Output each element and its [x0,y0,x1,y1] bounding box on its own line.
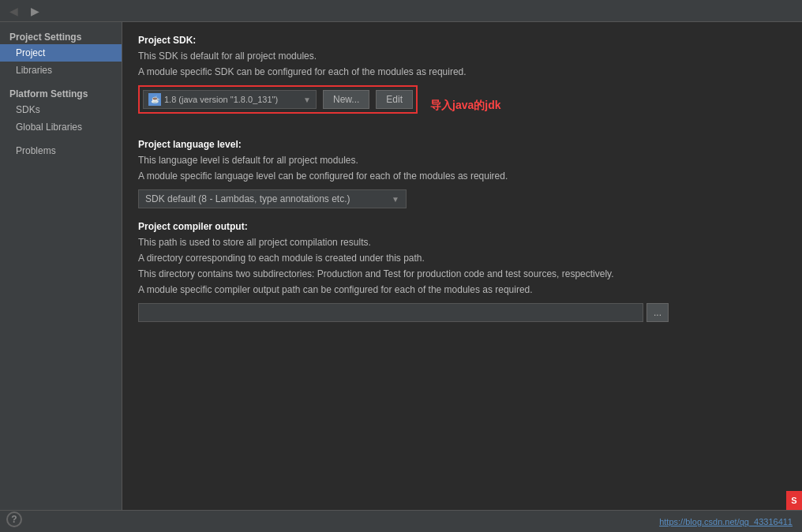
platform-settings-section-label: Platform Settings [0,85,122,101]
sidebar-item-global-libraries[interactable]: Global Libraries [0,118,122,136]
sdk-dropdown-arrow-icon: ▼ [303,96,311,104]
project-settings-section-label: Project Settings [0,28,122,44]
sdk-edit-button[interactable]: Edit [376,90,413,109]
content-area: Project SDK: This SDK is default for all… [122,22,802,510]
sidebar-item-project[interactable]: Project [0,44,122,62]
sdk-desc2: A module specific SDK can be configured … [138,65,786,79]
lang-dropdown-arrow-icon: ▼ [392,195,399,204]
sidebar-item-problems[interactable]: Problems [0,142,122,159]
sidebar-item-sdks[interactable]: SDKs [0,101,122,118]
lang-dropdown[interactable]: SDK default (8 - Lambdas, type annotatio… [138,189,407,208]
compiler-output-input[interactable] [138,303,643,322]
compiler-output-row: ... [138,303,786,322]
compiler-section-title: Project compiler output: [138,221,786,232]
compiler-desc2: A directory corresponding to each module… [138,251,786,265]
forward-arrow-icon[interactable]: ▶ [28,3,43,19]
compiler-desc4: A module specific compiler output path c… [138,283,786,297]
sdk-new-button[interactable]: New... [323,90,369,109]
sidebar-item-libraries[interactable]: Libraries [0,62,122,79]
sdk-value-text: 1.8 (java version "1.8.0_131") [164,95,300,104]
compiler-desc1: This path is used to store all project c… [138,235,786,249]
bottom-bar: https://blog.csdn.net/qq_43316411 [0,510,802,532]
lang-value-text: SDK default (8 - Lambdas, type annotatio… [145,193,387,204]
main-layout: Project Settings Project Libraries Platf… [0,22,802,510]
sdk-dropdown[interactable]: ☕ 1.8 (java version "1.8.0_131") ▼ [143,90,317,109]
sdk-row: ☕ 1.8 (java version "1.8.0_131") ▼ New..… [138,85,418,114]
compiler-desc3: This directory contains two subdirectori… [138,267,786,281]
lang-desc1: This language level is default for all p… [138,153,786,167]
sdk-desc1: This SDK is default for all project modu… [138,49,786,63]
sdk-icon: ☕ [148,93,161,106]
sidebar: Project Settings Project Libraries Platf… [0,22,122,510]
browse-button[interactable]: ... [646,303,669,322]
lang-desc2: A module specific language level can be … [138,169,786,183]
sdk-section-title: Project SDK: [138,35,786,46]
top-bar: ◀ ▶ [0,0,802,22]
chinese-annotation: 导入java的jdk [430,99,500,113]
csdn-link[interactable]: https://blog.csdn.net/qq_43316411 [659,517,793,526]
help-icon[interactable]: ? [6,511,22,527]
back-arrow-icon[interactable]: ◀ [6,3,21,19]
csdn-badge: S [786,491,802,510]
lang-section-title: Project language level: [138,139,786,150]
